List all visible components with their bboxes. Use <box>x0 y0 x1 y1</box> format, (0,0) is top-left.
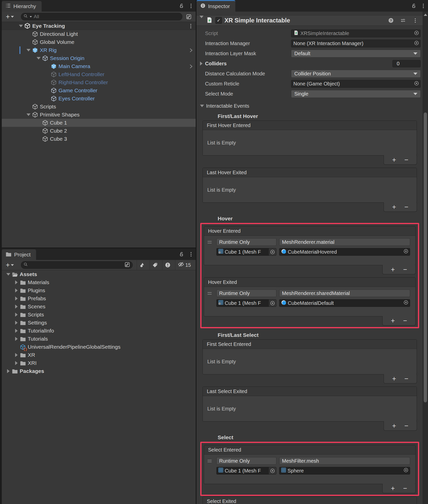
foldout-arrow[interactable] <box>18 25 24 27</box>
hierarchy-row-main-camera[interactable]: Main Camera <box>2 62 196 70</box>
object-picker-icon[interactable] <box>269 248 276 255</box>
event-function-dropdown[interactable]: MeshRenderer.material <box>279 238 410 246</box>
hierarchy-row-lefthand-controller[interactable]: LeftHand Controller <box>2 70 196 78</box>
event-target-object-field[interactable]: Cube 1 (Mesh F <box>216 299 276 307</box>
dropdown-field[interactable]: Collider Position <box>291 70 421 78</box>
project-row-prefabs[interactable]: Prefabs <box>2 294 196 303</box>
tab-inspector[interactable]: Inspector <box>196 0 235 12</box>
hierarchy-row-cube-1[interactable]: Cube 1 <box>2 119 196 127</box>
event-mode-dropdown[interactable]: Runtime Only <box>216 238 276 246</box>
add-listener-button[interactable]: + <box>392 375 396 382</box>
project-lock-icon[interactable] <box>177 248 186 260</box>
hierarchy-search[interactable] <box>21 13 182 20</box>
scene-row[interactable]: Eye Tracking <box>2 22 196 30</box>
prefab-chevron-icon[interactable] <box>188 62 194 70</box>
hidden-objects-toggle[interactable]: 15 <box>175 260 193 270</box>
hierarchy-row-cube-2[interactable]: Cube 2 <box>2 127 196 135</box>
project-row-universalrenderpipelineglobalsettings[interactable]: {}UniversalRenderPipelineGlobalSettings <box>2 343 196 351</box>
object-picker-icon[interactable] <box>403 300 409 307</box>
project-add-button[interactable]: + <box>4 261 15 269</box>
dropdown-field[interactable]: Default <box>291 50 421 57</box>
hierarchy-row-cube-3[interactable]: Cube 3 <box>2 135 196 143</box>
object-field[interactable]: #XRSimpleInteractable <box>291 29 421 37</box>
console-alert-icon[interactable] <box>162 260 173 270</box>
hierarchy-row-scripts[interactable]: Scripts <box>2 103 196 111</box>
remove-listener-button[interactable]: − <box>404 423 408 429</box>
scene-kebab-icon[interactable] <box>188 22 194 30</box>
foldout-arrow[interactable] <box>13 337 19 341</box>
scrollbar-up-arrow[interactable] <box>424 14 427 16</box>
search-open-window-icon[interactable] <box>124 261 130 269</box>
hierarchy-row-directional-light[interactable]: Directional Light <box>2 30 196 38</box>
hierarchy-kebab-icon[interactable] <box>186 0 196 12</box>
project-row-tutorialinfo[interactable]: TutorialInfo <box>2 327 196 335</box>
object-picker-icon[interactable] <box>414 40 419 47</box>
prefab-chevron-icon[interactable] <box>188 46 194 54</box>
hierarchy-row-xr-rig[interactable]: XR Rig <box>2 46 196 54</box>
project-row-materials[interactable]: Materials <box>2 278 196 286</box>
hierarchy-row-eyes-controller[interactable]: Eyes Controller <box>2 95 196 103</box>
add-listener-button[interactable]: + <box>391 266 395 273</box>
foldout-arrow[interactable] <box>13 353 19 357</box>
foldout-arrow[interactable] <box>25 49 32 51</box>
remove-listener-button[interactable]: − <box>403 317 407 324</box>
foldout-arrow[interactable] <box>13 297 19 301</box>
event-mode-dropdown[interactable]: Runtime Only <box>216 457 276 465</box>
object-picker-icon[interactable] <box>269 467 276 474</box>
add-listener-button[interactable]: + <box>392 204 396 211</box>
project-row-xr[interactable]: XR <box>2 351 196 359</box>
hierarchy-add-button[interactable]: + <box>4 13 15 21</box>
foldout-arrow[interactable] <box>13 313 19 317</box>
object-picker-icon[interactable] <box>414 30 419 37</box>
add-listener-button[interactable]: + <box>392 423 396 429</box>
help-icon[interactable]: ? <box>386 17 396 23</box>
foldout-arrow[interactable] <box>25 113 32 116</box>
remove-listener-button[interactable]: − <box>404 204 408 211</box>
inspector-kebab-icon[interactable] <box>418 0 428 12</box>
object-picker-icon[interactable] <box>269 300 276 307</box>
event-argument-object-field[interactable]: CubeMaterialDefault <box>279 299 410 307</box>
drag-handle-icon[interactable] <box>207 460 214 462</box>
drag-handle-icon[interactable] <box>207 241 214 243</box>
inspector-scrollbar[interactable] <box>423 12 428 504</box>
project-row-scenes[interactable]: Scenes <box>2 303 196 311</box>
number-field[interactable]: 0 <box>392 60 421 67</box>
foldout-arrow[interactable] <box>5 369 11 373</box>
add-listener-button[interactable]: + <box>391 317 395 324</box>
project-kebab-icon[interactable] <box>186 248 196 260</box>
add-listener-button[interactable]: + <box>392 157 396 163</box>
hierarchy-row-session-origin[interactable]: Session Origin <box>2 54 196 62</box>
foldout-arrow[interactable] <box>5 273 11 276</box>
scrollbar-thumb[interactable] <box>424 112 427 402</box>
event-argument-object-field[interactable]: Sphere <box>279 467 410 475</box>
inspector-lock-icon[interactable] <box>409 0 418 12</box>
filter-by-label-icon[interactable] <box>150 260 160 270</box>
property-foldout-arrow[interactable] <box>200 62 205 66</box>
add-listener-button[interactable]: + <box>391 485 395 492</box>
object-picker-icon[interactable] <box>403 248 409 255</box>
presets-icon[interactable] <box>398 17 408 23</box>
remove-listener-button[interactable]: − <box>404 375 408 382</box>
tab-hierarchy[interactable]: Hierarchy <box>2 1 42 12</box>
hierarchy-row-righthand-controller[interactable]: RightHand Controller <box>2 78 196 86</box>
foldout-arrow[interactable] <box>13 321 19 325</box>
remove-listener-button[interactable]: − <box>404 157 408 163</box>
hierarchy-lock-icon[interactable] <box>177 0 186 12</box>
component-foldout-arrow[interactable] <box>199 18 204 23</box>
hierarchy-search-input[interactable] <box>33 14 180 20</box>
foldout-arrow[interactable] <box>13 361 19 365</box>
foldout-arrow[interactable] <box>36 57 42 60</box>
project-row-plugins[interactable]: Plugins <box>2 286 196 294</box>
object-field[interactable]: None (Game Object) <box>291 80 421 88</box>
interactable-events-foldout[interactable]: Interactable Events <box>200 102 423 109</box>
event-mode-dropdown[interactable]: Runtime Only <box>216 289 276 297</box>
foldout-arrow[interactable] <box>13 329 19 333</box>
foldout-arrow[interactable] <box>13 305 19 309</box>
filter-by-type-button[interactable] <box>137 260 148 270</box>
object-picker-icon[interactable] <box>414 80 419 87</box>
hierarchy-open-window-icon[interactable] <box>184 14 193 20</box>
event-target-object-field[interactable]: Cube 1 (Mesh F <box>216 248 276 256</box>
project-row-tutorials[interactable]: Tutorials <box>2 335 196 343</box>
object-field[interactable]: None (XR Interaction Manager) <box>291 40 421 47</box>
tab-project[interactable]: Project <box>2 249 36 260</box>
